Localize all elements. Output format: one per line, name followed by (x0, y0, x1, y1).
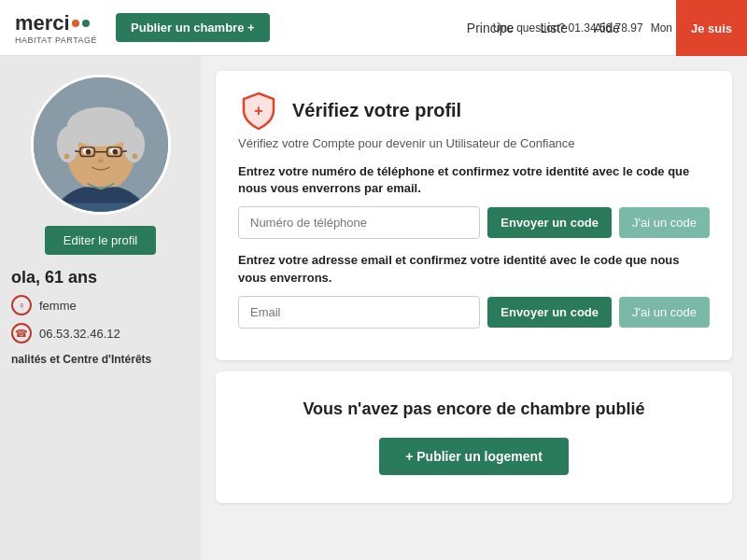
send-code-phone-button[interactable]: Envoyer un code (487, 207, 612, 238)
avatar-image (34, 75, 168, 215)
svg-point-18 (132, 154, 137, 160)
user-gender: femme (39, 299, 77, 313)
sidebar: Editer le profil ola, 61 ans ♀ femme ☎ 0… (0, 56, 201, 560)
have-code-phone-button[interactable]: J'ai un code (619, 207, 710, 238)
email-input[interactable] (238, 296, 480, 329)
no-room-title: Vous n'avez pas encore de chambre publié (238, 399, 710, 419)
logo-area: merci HABITAT PARTAGÉ (15, 11, 97, 45)
logo-text: merci (15, 11, 70, 35)
logo-dot-2 (82, 20, 90, 27)
content-area: + Vérifiez votre profil Vérifiez votre C… (201, 56, 747, 560)
phone-input[interactable] (238, 206, 480, 239)
svg-point-17 (63, 154, 69, 160)
have-code-email-button[interactable]: J'ai un code (619, 297, 710, 328)
publish-room-button[interactable]: Publier un chambre + (116, 13, 270, 42)
verify-profile-card: + Vérifiez votre profil Vérifiez votre C… (216, 71, 732, 360)
svg-line-15 (121, 151, 127, 152)
shield-icon: + (238, 90, 279, 131)
mon-text: Mon (651, 21, 672, 35)
header-question: Une question? 01.34.56.78.97 Mon (493, 0, 672, 56)
user-phone: 06.53.32.46.12 (39, 327, 120, 341)
logo-dot-1 (72, 20, 79, 27)
phone-instruction: Entrez votre numéro de téléphone et conf… (238, 163, 710, 197)
svg-point-10 (112, 149, 118, 155)
publish-lodging-button[interactable]: + Publier un logement (379, 438, 569, 475)
user-name: ola, 61 ans (0, 268, 97, 287)
header: merci HABITAT PARTAGÉ Publier un chambre… (0, 0, 747, 56)
email-instruction: Entrez votre adresse email et confirmez … (238, 252, 710, 286)
verify-card-title: Vérifiez votre profil (292, 100, 461, 121)
logo-subtitle: HABITAT PARTAGÉ (15, 35, 97, 45)
question-text: Une question? 01.34.56.78.97 (493, 21, 643, 35)
user-gender-row: ♀ femme (0, 295, 77, 315)
logo: merci HABITAT PARTAGÉ (15, 11, 97, 45)
logo-dots (72, 20, 90, 27)
je-suis-button[interactable]: Je suis (676, 0, 747, 56)
svg-text:+: + (254, 103, 262, 119)
svg-point-16 (98, 159, 104, 162)
edit-profile-button[interactable]: Editer le profil (45, 226, 156, 255)
interests-label: nalités et Centre d'Intérêts (0, 353, 151, 366)
gender-icon: ♀ (11, 295, 32, 315)
verify-card-subtitle: Vérifiez votre Compte pour devenir un Ut… (238, 136, 710, 150)
svg-point-9 (85, 149, 91, 155)
svg-line-14 (75, 151, 80, 152)
no-room-card: Vous n'avez pas encore de chambre publié… (216, 371, 732, 503)
card-title-row: + Vérifiez votre profil (238, 90, 710, 131)
send-code-email-button[interactable]: Envoyer un code (487, 297, 612, 328)
email-input-row: Envoyer un code J'ai un code (238, 296, 710, 329)
avatar (31, 75, 171, 215)
phone-icon: ☎ (11, 323, 32, 343)
main-content: Editer le profil ola, 61 ans ♀ femme ☎ 0… (0, 56, 747, 560)
user-phone-row: ☎ 06.53.32.46.12 (0, 323, 120, 343)
phone-input-row: Envoyer un code J'ai un code (238, 206, 710, 239)
